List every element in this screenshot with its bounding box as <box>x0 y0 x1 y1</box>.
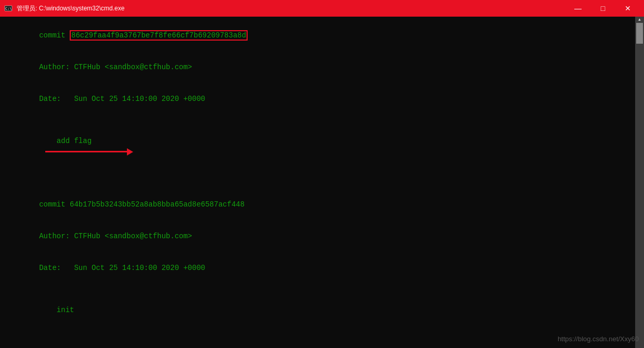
cmd-icon: C:\ <box>4 4 12 12</box>
arrow-line <box>45 151 128 152</box>
blank-line-4 <box>4 283 631 294</box>
blank-line-5 <box>4 326 631 337</box>
commit-hash-1: 86c29faa4f9a3767be7f8fe66cf7b69209783a8d <box>70 30 248 41</box>
date-line-2: Date: Sun Oct 25 14:10:00 2020 +0000 <box>4 252 631 284</box>
titlebar-title: 管理员: C:\windows\system32\cmd.exe <box>17 4 124 13</box>
svg-text:C:\: C:\ <box>5 7 12 11</box>
message-text-1: add flag <box>39 137 92 145</box>
commit-line-1: commit 86c29faa4f9a3767be7f8fe66cf7b6920… <box>4 20 631 51</box>
commit-keyword: commit <box>39 31 70 40</box>
window: C:\ 管理员: C:\windows\system32\cmd.exe — □… <box>0 0 644 348</box>
date-value-1: Date: Sun Oct 25 14:10:00 2020 +0000 <box>39 95 205 103</box>
arrow-container <box>45 151 128 152</box>
author-value-2: Author: CTFHub <sandbox@ctfhub.com> <box>39 232 192 240</box>
terminal[interactable]: commit 86c29faa4f9a3767be7f8fe66cf7b6920… <box>0 17 635 348</box>
blank-line-3 <box>4 178 631 188</box>
message-text-2: init <box>39 306 74 314</box>
scrollbar-thumb[interactable] <box>636 23 643 44</box>
titlebar-controls: — □ ✕ <box>566 0 640 17</box>
message-line-2: init <box>4 294 631 326</box>
date-line-1: Date: Sun Oct 25 14:10:00 2020 +0000 <box>4 83 631 115</box>
commit-text-2: commit 64b17b5b3243bb52a8ab8bba65ad8e658… <box>39 200 244 209</box>
author-line-2: Author: CTFHub <sandbox@ctfhub.com> <box>4 221 631 252</box>
content-area: commit 86c29faa4f9a3767be7f8fe66cf7b6920… <box>0 17 644 348</box>
minimize-button[interactable]: — <box>566 0 590 17</box>
message-line-1: add flag <box>4 125 631 167</box>
blank-line-2 <box>4 167 631 178</box>
blank-line-1 <box>4 115 631 125</box>
commit-line-2: commit 64b17b5b3243bb52a8ab8bba65ad8e658… <box>4 189 631 221</box>
scroll-up-button[interactable]: ▲ <box>636 18 643 22</box>
blank-line-6 <box>4 337 631 347</box>
author-line-1: Author: CTFHub <sandbox@ctfhub.com> <box>4 51 631 83</box>
titlebar: C:\ 管理员: C:\windows\system32\cmd.exe — □… <box>0 0 644 17</box>
date-value-2: Date: Sun Oct 25 14:10:00 2020 +0000 <box>39 264 205 272</box>
maximize-button[interactable]: □ <box>591 0 615 17</box>
scrollbar[interactable]: ▲ <box>635 17 644 348</box>
author-label-1: Author: CTFHub <sandbox@ctfhub.com> <box>39 63 192 71</box>
close-button[interactable]: ✕ <box>616 0 640 17</box>
titlebar-left: C:\ 管理员: C:\windows\system32\cmd.exe <box>4 4 124 13</box>
arrowhead <box>127 148 133 156</box>
